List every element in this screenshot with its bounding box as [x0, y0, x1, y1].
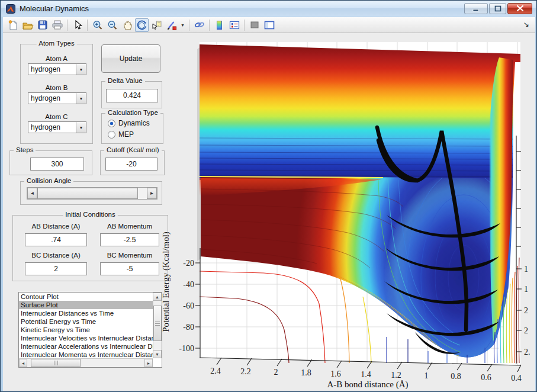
matlab-logo-icon [6, 4, 15, 14]
list-item[interactable]: Potential Energy vs Time [19, 317, 153, 326]
group-title: Steps [14, 146, 36, 153]
dock-arrow-icon[interactable]: ↘ [523, 20, 529, 28]
right-tick-label: 2. [524, 348, 530, 356]
y-tick-label: -60 [183, 301, 194, 310]
horizontal-scrollbar[interactable]: ◄ ► [19, 358, 153, 367]
steps-group: Steps 300 [9, 150, 92, 175]
x-tick-label: 0.6 [481, 373, 491, 382]
cutoff-field[interactable]: -20 [105, 158, 157, 171]
data-cursor-icon[interactable] [150, 18, 163, 32]
x-tick-label: 2.4 [210, 367, 221, 375]
minimize-button[interactable] [464, 3, 488, 14]
list-item[interactable]: Internuclear Velocities vs Internuclear … [19, 334, 153, 342]
save-icon[interactable] [36, 18, 49, 32]
initial-conditions-group: Initial Conditions AB Distance (A) AB Mo… [12, 215, 168, 281]
list-item[interactable]: Internuclear Accelerations vs Internucle… [19, 342, 153, 351]
y-tick-label: -20 [183, 259, 194, 268]
new-file-icon[interactable] [6, 18, 20, 32]
ab-momentum-label: AB Momentum [100, 223, 159, 230]
scrollbar-thumb[interactable] [153, 306, 162, 341]
title-bar[interactable]: Molecular Dynamics [1, 1, 536, 17]
window-title: Molecular Dynamics [20, 4, 89, 13]
group-title: Initial Conditions [63, 211, 117, 218]
bc-momentum-field[interactable]: -5 [100, 262, 159, 275]
right-tick-label: 2 [524, 326, 528, 335]
y-tick-label: -80 [183, 323, 194, 332]
cursor-icon[interactable] [70, 18, 84, 32]
atom-a-dropdown[interactable]: hydrogen ▼ [28, 63, 86, 75]
chevron-down-icon[interactable]: ▼ [76, 93, 86, 104]
cutoff-group: Cutoff (Kcal/ mol) -20 [100, 150, 165, 175]
steps-field[interactable]: 300 [30, 158, 84, 171]
right-tick-label: 1 [524, 285, 528, 294]
link-plots-icon[interactable] [192, 18, 206, 32]
plot-canvas[interactable]: 2.4 2.2 2 1.8 1.6 1.4 1.2 1 0.8 0.6 0.4 … [153, 34, 535, 391]
y-tick-label: -40 [183, 280, 194, 289]
zoom-in-icon[interactable] [91, 18, 104, 32]
scroll-right-icon[interactable]: ► [144, 359, 153, 367]
x-axis-label: A-B bond distance (Å) [327, 380, 408, 390]
bc-momentum-label: BC Momentum [100, 252, 159, 259]
scrollbar-thumb[interactable] [31, 359, 81, 367]
brush-dropdown-icon[interactable]: ▼ [179, 18, 186, 32]
list-item[interactable]: Internuclear Momenta vs Internuclear Dis… [19, 351, 153, 358]
update-button[interactable]: Update [101, 44, 160, 73]
print-icon[interactable] [50, 18, 64, 32]
slider-right-arrow-icon[interactable]: ► [147, 188, 157, 199]
list-item[interactable]: Kinetic Energy vs Time [19, 326, 153, 334]
hide-plot-tools-icon[interactable] [247, 18, 261, 32]
group-title: Calculation Type [105, 109, 160, 116]
delta-value-group: Delta Value 0.424 [101, 81, 162, 108]
brush-icon[interactable] [165, 18, 178, 32]
right-tick-label: 2 [524, 306, 528, 315]
insert-colorbar-icon[interactable] [213, 18, 226, 32]
bc-distance-field[interactable]: 2 [25, 262, 87, 275]
maximize-button[interactable] [489, 3, 506, 14]
client-area: 2.4 2.2 2 1.8 1.6 1.4 1.2 1 0.8 0.6 0.4 … [3, 17, 535, 391]
atom-c-dropdown[interactable]: hydrogen ▼ [28, 121, 86, 133]
x-tick-label: 1.4 [361, 370, 371, 379]
zoom-out-icon[interactable] [105, 18, 119, 32]
x-tick-label: 1.6 [330, 369, 341, 378]
atom-a-label: Atom A [21, 55, 92, 62]
scroll-down-icon[interactable]: ▼ [153, 350, 162, 358]
pan-icon[interactable] [120, 18, 134, 32]
slider-left-arrow-icon[interactable]: ◄ [27, 188, 37, 199]
app-window: Molecular Dynamics [0, 0, 537, 392]
atom-b-dropdown[interactable]: hydrogen ▼ [28, 92, 86, 104]
radio-mep[interactable]: MEP [108, 130, 134, 139]
list-item[interactable]: Internuclear Distances vs Time [19, 309, 153, 317]
ab-momentum-field[interactable]: -2.5 [100, 233, 159, 246]
x-tick-label: 0.8 [451, 372, 461, 381]
atom-b-label: Atom B [21, 84, 92, 91]
bc-distance-label: BC Distance (A) [25, 252, 87, 259]
insert-legend-icon[interactable] [227, 18, 241, 32]
show-plot-tools-icon[interactable] [262, 18, 276, 32]
close-button[interactable] [507, 3, 532, 14]
ab-distance-field[interactable]: .74 [25, 233, 87, 246]
scroll-left-icon[interactable]: ◄ [19, 359, 27, 367]
scroll-up-icon[interactable]: ▲ [153, 293, 162, 301]
x-tick-label: 1.2 [391, 371, 401, 380]
vertical-scrollbar[interactable]: ▲ ▼ [153, 293, 162, 358]
plot-type-listbox: Contour Plot Surface Plot Internuclear D… [18, 292, 162, 368]
delta-value-field[interactable]: 0.424 [106, 89, 158, 102]
x-tick-label: 1.8 [301, 368, 311, 377]
atom-c-label: Atom C [21, 113, 92, 120]
y-tick-label: -100 [179, 344, 194, 353]
chevron-down-icon[interactable]: ▼ [76, 122, 86, 133]
collision-angle-slider[interactable]: ◄ ► [27, 187, 157, 200]
slider-thumb[interactable] [37, 188, 138, 199]
list-item[interactable]: Surface Plot [19, 301, 153, 309]
open-file-icon[interactable] [21, 18, 34, 32]
rotate-3d-icon[interactable] [135, 18, 149, 32]
list-item[interactable]: Contour Plot [19, 293, 153, 301]
atom-types-group: Atom Types Atom A hydrogen ▼ Atom B hydr… [20, 44, 93, 144]
radio-dynamics[interactable]: Dynamics [108, 119, 150, 127]
x-tick-label: 2 [274, 368, 278, 377]
x-tick-label: 1 [425, 371, 429, 380]
radio-dot [108, 120, 115, 127]
group-title: Collision Angle [24, 177, 73, 184]
chevron-down-icon[interactable]: ▼ [76, 64, 86, 75]
calculation-type-group: Calculation Type Dynamics MEP [101, 113, 163, 144]
